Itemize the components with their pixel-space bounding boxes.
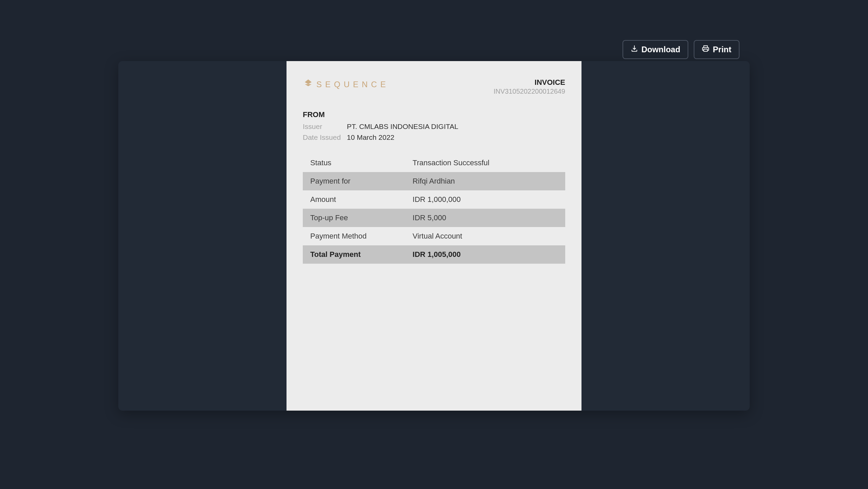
row-label: Payment for — [303, 172, 405, 190]
row-label: Top-up Fee — [303, 209, 405, 227]
row-value: Transaction Successful — [405, 154, 565, 172]
from-section: FROM Issuer PT. CMLABS INDONESIA DIGITAL… — [303, 110, 565, 142]
table-row: Payment Method Virtual Account — [303, 227, 565, 245]
print-button[interactable]: Print — [694, 40, 739, 59]
issuer-row: Issuer PT. CMLABS INDONESIA DIGITAL — [303, 123, 565, 131]
row-value: IDR 1,000,000 — [405, 190, 565, 209]
invoice-meta: INVOICE INV3105202200012649 — [494, 78, 565, 95]
details-table: Status Transaction Successful Payment fo… — [303, 154, 565, 264]
date-value: 10 March 2022 — [347, 133, 394, 142]
row-value: IDR 5,000 — [405, 209, 565, 227]
table-row-total: Total Payment IDR 1,005,000 — [303, 245, 565, 264]
download-icon — [631, 45, 638, 54]
brand-logo: SEQUENCE — [303, 78, 389, 91]
issuer-label: Issuer — [303, 123, 347, 131]
toolbar: Download Print — [623, 40, 739, 59]
date-row: Date Issued 10 March 2022 — [303, 133, 565, 142]
download-button[interactable]: Download — [623, 40, 689, 59]
from-heading: FROM — [303, 110, 565, 119]
invoice-page: SEQUENCE INVOICE INV3105202200012649 FRO… — [287, 61, 581, 411]
row-label: Payment Method — [303, 227, 405, 245]
invoice-title: INVOICE — [494, 78, 565, 87]
table-row: Top-up Fee IDR 5,000 — [303, 209, 565, 227]
invoice-header: SEQUENCE INVOICE INV3105202200012649 — [303, 78, 565, 95]
row-value: Rifqi Ardhian — [405, 172, 565, 190]
print-icon — [702, 45, 709, 54]
table-row: Payment for Rifqi Ardhian — [303, 172, 565, 190]
invoice-number: INV3105202200012649 — [494, 88, 565, 95]
brand-name: SEQUENCE — [316, 80, 389, 89]
row-label: Total Payment — [303, 245, 405, 264]
row-value: Virtual Account — [405, 227, 565, 245]
brand-mark-icon — [303, 78, 314, 91]
print-label: Print — [713, 45, 731, 54]
row-value: IDR 1,005,000 — [405, 245, 565, 264]
date-label: Date Issued — [303, 133, 347, 142]
download-label: Download — [642, 45, 680, 54]
row-label: Status — [303, 154, 405, 172]
table-row: Amount IDR 1,000,000 — [303, 190, 565, 209]
table-row: Status Transaction Successful — [303, 154, 565, 172]
row-label: Amount — [303, 190, 405, 209]
document-container: Download Print SEQUENCE INVOICE INV31052… — [118, 61, 750, 411]
issuer-value: PT. CMLABS INDONESIA DIGITAL — [347, 123, 458, 131]
